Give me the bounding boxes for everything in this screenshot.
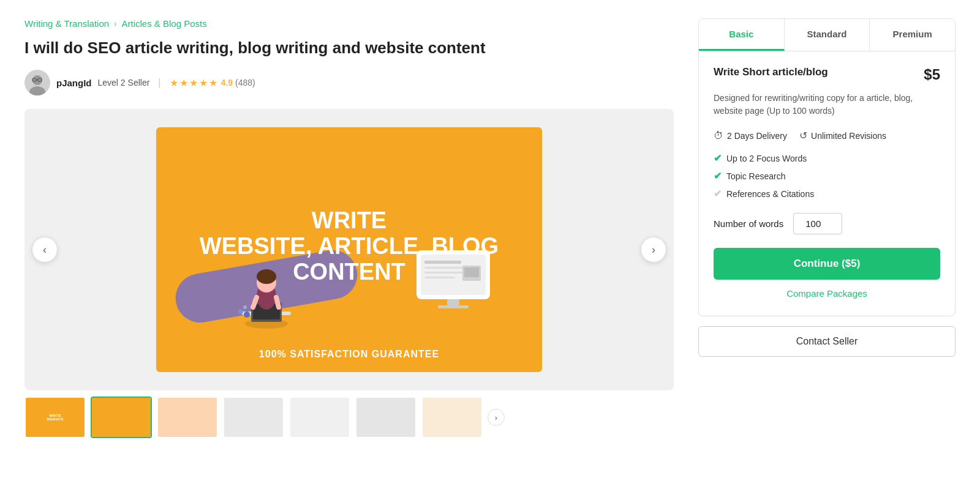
pricing-description: Designed for rewriting/writing copy for … <box>714 92 940 117</box>
revisions-label: Unlimited Revisions <box>811 131 886 141</box>
breadcrumb-separator: › <box>114 19 116 28</box>
revisions-info: ↺ Unlimited Revisions <box>799 130 886 141</box>
tab-premium[interactable]: Premium <box>870 19 955 51</box>
refresh-icon: ↺ <box>799 130 807 141</box>
rating-value: 4.9 <box>221 78 233 88</box>
svg-point-16 <box>238 309 243 314</box>
gig-title: I will do SEO article writing, blog writ… <box>24 37 674 59</box>
svg-point-17 <box>243 305 247 309</box>
pricing-card: Basic Standard Premium Write Short artic… <box>698 18 956 316</box>
svg-rect-20 <box>424 261 461 264</box>
svg-line-14 <box>276 297 279 307</box>
carousel-prev-button[interactable]: ‹ <box>32 237 58 263</box>
decorative-person <box>230 253 303 335</box>
thumbnail-3[interactable] <box>157 397 218 438</box>
feature-item-3: ✔ References & Citations <box>714 188 940 199</box>
feature-label-1: Up to 2 Focus Words <box>726 154 807 163</box>
carousel: ‹ WRITE WEBSITE, ARTICLE, BLOG CONTENT <box>24 109 674 390</box>
check-icon-3: ✔ <box>714 188 722 199</box>
svg-point-15 <box>244 311 250 318</box>
words-input[interactable] <box>793 213 842 234</box>
feature-item-2: ✔ Topic Research <box>714 170 940 182</box>
check-icon-2: ✔ <box>714 170 722 182</box>
rating-count: (488) <box>235 78 255 88</box>
thumbnail-4[interactable] <box>223 397 284 438</box>
svg-point-12 <box>257 269 276 284</box>
thumbnails-row: WriteWebsite WriteArticle <box>24 397 674 438</box>
tab-standard[interactable]: Standard <box>785 19 870 51</box>
delivery-info: ⏱ 2 Days Delivery <box>714 130 787 141</box>
thumbnail-6[interactable] <box>355 397 417 438</box>
clock-icon: ⏱ <box>714 130 723 141</box>
svg-rect-25 <box>464 267 479 277</box>
breadcrumb: Writing & Translation › Articles & Blog … <box>24 18 674 29</box>
pricing-meta: ⏱ 2 Days Delivery ↺ Unlimited Revisions <box>714 130 940 141</box>
words-label: Number of words <box>714 218 783 229</box>
features-list: ✔ Up to 2 Focus Words ✔ Topic Research ✔… <box>714 152 940 199</box>
tab-basic[interactable]: Basic <box>699 19 785 51</box>
avatar <box>24 70 50 95</box>
seller-name[interactable]: pJangId <box>56 78 92 88</box>
delivery-label: 2 Days Delivery <box>727 131 787 141</box>
pricing-price: $5 <box>924 66 940 83</box>
svg-rect-22 <box>424 272 467 274</box>
pricing-header: Write Short article/blog $5 <box>714 66 940 83</box>
svg-rect-27 <box>438 305 469 308</box>
compare-packages-link[interactable]: Compare Packages <box>714 288 940 299</box>
breadcrumb-link-articles[interactable]: Articles & Blog Posts <box>121 18 206 29</box>
check-icon-1: ✔ <box>714 152 722 164</box>
svg-rect-26 <box>447 299 459 305</box>
thumbnail-1[interactable]: WriteWebsite <box>24 397 86 438</box>
thumbnail-5[interactable] <box>289 397 350 438</box>
seller-level: Level 2 Seller <box>98 78 150 88</box>
contact-seller-button[interactable]: Contact Seller <box>698 326 956 357</box>
carousel-main-image: WRITE WEBSITE, ARTICLE, BLOG CONTENT <box>156 127 542 372</box>
feature-label-3: References & Citations <box>726 189 814 199</box>
breadcrumb-link-writing[interactable]: Writing & Translation <box>24 18 109 29</box>
rating-stars: ★ ★ ★ ★ ★ 4.9 (488) <box>170 77 255 89</box>
words-input-row: Number of words <box>714 213 940 234</box>
carousel-bottom-text: 100% SATISFACTION GUARANTEE <box>156 349 542 360</box>
carousel-next-button[interactable]: › <box>641 237 666 263</box>
pricing-content: Write Short article/blog $5 Designed for… <box>699 51 955 316</box>
svg-rect-23 <box>424 277 455 278</box>
thumbnail-7[interactable] <box>421 397 483 438</box>
continue-button[interactable]: Continue ($5) <box>714 248 940 280</box>
feature-label-2: Topic Research <box>726 171 786 181</box>
thumbnails-next-button[interactable]: › <box>488 409 505 426</box>
pricing-tabs: Basic Standard Premium <box>699 19 955 51</box>
plan-name: Write Short article/blog <box>714 66 828 78</box>
decorative-monitor <box>413 247 493 323</box>
svg-line-13 <box>253 297 257 307</box>
thumbnail-2[interactable]: WriteArticle <box>91 397 152 438</box>
feature-item-1: ✔ Up to 2 Focus Words <box>714 152 940 164</box>
seller-info: pJangId Level 2 Seller | ★ ★ ★ ★ ★ 4.9 (… <box>24 70 674 95</box>
